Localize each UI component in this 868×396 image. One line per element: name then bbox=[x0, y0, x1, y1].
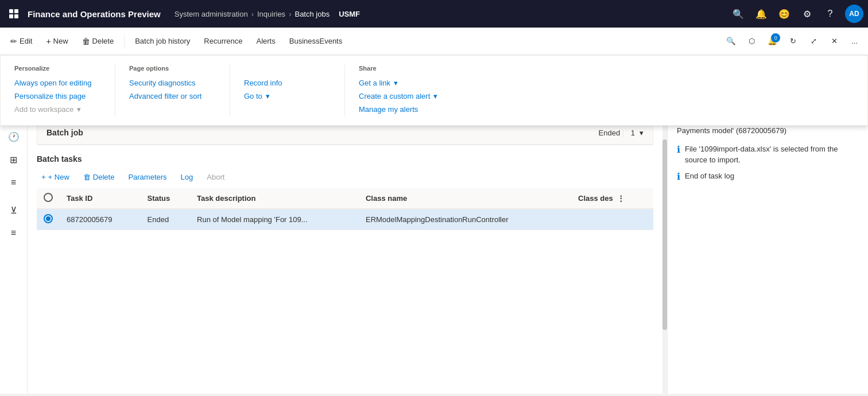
search-icon[interactable]: 🔍 bbox=[730, 6, 746, 22]
create-alert-chevron-icon: ▾ bbox=[433, 92, 437, 100]
select-all-col bbox=[37, 188, 60, 209]
row-radio-cell bbox=[37, 209, 60, 230]
tasks-table-body: 68720005679 Ended Run of Model mapping '… bbox=[37, 209, 653, 230]
msg-icon-2: ℹ bbox=[677, 171, 680, 182]
task-desc-col: Task description bbox=[190, 188, 359, 209]
scroll-thumb bbox=[662, 139, 667, 330]
share-col: Share Get a link ▾ Create a custom alert… bbox=[345, 65, 460, 116]
lines-icon[interactable]: ≡ bbox=[3, 223, 24, 243]
svg-rect-0 bbox=[9, 9, 13, 13]
new-icon: + bbox=[46, 37, 51, 46]
batch-tasks-toolbar: + + New 🗑 Delete Parameters Log Abort bbox=[37, 168, 653, 188]
page-options-col: Page options Security diagnostics Advanc… bbox=[115, 65, 230, 116]
business-events-button[interactable]: BusinessEvents bbox=[284, 33, 348, 49]
col-options-icon[interactable]: ⋮ bbox=[617, 194, 625, 203]
batch-job-status: Ended bbox=[599, 129, 621, 137]
delete-icon: 🗑 bbox=[82, 37, 90, 46]
settings-icon[interactable]: ⚙ bbox=[799, 6, 815, 22]
breadcrumb-item-3[interactable]: Batch jobs bbox=[294, 10, 330, 18]
edit-button[interactable]: ✏ Edit bbox=[5, 33, 38, 49]
tasks-delete-button[interactable]: 🗑 Delete bbox=[79, 170, 119, 184]
new-button[interactable]: + New bbox=[40, 33, 73, 49]
class-name-col: Class name bbox=[359, 188, 571, 209]
tasks-delete-icon: 🗑 bbox=[83, 173, 91, 181]
go-to-item[interactable]: Go to ▾ bbox=[244, 90, 331, 103]
notifications-badge-button[interactable]: 0 🔔 bbox=[763, 32, 781, 51]
batch-history-button[interactable]: Batch job history bbox=[129, 33, 196, 49]
feedback-icon[interactable]: 😊 bbox=[776, 6, 792, 22]
user-avatar[interactable]: AD bbox=[845, 5, 863, 23]
breadcrumb-item-2[interactable]: Inquiries bbox=[257, 10, 285, 18]
notifications-icon[interactable]: 🔔 bbox=[753, 6, 769, 22]
company-selector[interactable]: USMF bbox=[339, 10, 360, 18]
batch-tasks-section: Batch tasks + + New 🗑 Delete Parameters … bbox=[37, 154, 653, 230]
apps-button[interactable] bbox=[5, 5, 23, 23]
select-all-radio[interactable] bbox=[44, 193, 53, 202]
tasks-table-header: Task ID Status Task description Class na… bbox=[37, 188, 653, 209]
tasks-table: Task ID Status Task description Class na… bbox=[37, 188, 653, 230]
svg-rect-3 bbox=[14, 14, 18, 18]
task-id-cell: 68720005679 bbox=[60, 209, 141, 230]
breadcrumb-chevron-1: › bbox=[251, 10, 254, 18]
get-link-item[interactable]: Get a link ▾ bbox=[359, 76, 446, 90]
refresh-button[interactable]: ↻ bbox=[784, 32, 802, 51]
delete-button[interactable]: 🗑 Delete bbox=[76, 33, 120, 49]
tasks-abort-button[interactable]: Abort bbox=[202, 170, 229, 184]
create-alert-item[interactable]: Create a custom alert ▾ bbox=[359, 90, 446, 103]
toolbar-right: 🔍 ⬡ 0 🔔 ↻ ⤢ ✕ ... bbox=[722, 32, 863, 51]
tasks-log-button[interactable]: Log bbox=[176, 170, 198, 184]
msg-text-2: End of task log bbox=[685, 170, 734, 182]
section-toggle-icon[interactable]: ▾ bbox=[640, 129, 644, 137]
header-row: Task ID Status Task description Class na… bbox=[37, 188, 653, 209]
help-icon[interactable]: ? bbox=[822, 6, 838, 22]
breadcrumb: System administration › Inquiries › Batc… bbox=[175, 10, 330, 18]
record-col: Record info Go to ▾ bbox=[230, 65, 345, 116]
task-id-col: Task ID bbox=[60, 188, 141, 209]
more-button[interactable]: ... bbox=[846, 33, 863, 49]
close-button[interactable]: ✕ bbox=[825, 32, 843, 51]
separator-1 bbox=[124, 34, 125, 48]
class-name-cell: ERModelMappingDestinationRunController bbox=[359, 209, 571, 230]
manage-alerts-item[interactable]: Manage my alerts bbox=[359, 103, 446, 116]
class-des-col: Class des ⋮ bbox=[571, 188, 653, 209]
tasks-new-button[interactable]: + + New bbox=[37, 170, 74, 184]
always-open-editing-item[interactable]: Always open for editing bbox=[14, 76, 101, 90]
class-des-cell bbox=[571, 209, 653, 230]
breadcrumb-chevron-2: › bbox=[289, 10, 291, 18]
personalize-title: Personalize bbox=[14, 65, 101, 72]
advanced-sort-item[interactable]: Advanced filter or sort bbox=[129, 90, 216, 103]
batch-job-section-title: Batch job bbox=[46, 128, 599, 137]
workspaces-icon[interactable]: ⊞ bbox=[3, 149, 24, 170]
personalize-page-item[interactable]: Personalize this page bbox=[14, 90, 101, 103]
section-separator: | bbox=[620, 129, 626, 137]
tasks-new-icon: + bbox=[41, 173, 46, 181]
alerts-button[interactable]: Alerts bbox=[251, 33, 281, 49]
tasks-table-container: Task ID Status Task description Class na… bbox=[37, 188, 653, 230]
column-settings-button[interactable]: ⬡ bbox=[742, 32, 761, 51]
app-title: Finance and Operations Preview bbox=[28, 9, 161, 19]
breadcrumb-item-1[interactable]: System administration bbox=[175, 10, 248, 18]
tasks-parameters-button[interactable]: Parameters bbox=[123, 170, 171, 184]
search-filter-button[interactable]: 🔍 bbox=[722, 32, 740, 51]
message-item-2: ℹ End of task log bbox=[677, 170, 859, 182]
modules-icon[interactable]: ≡ bbox=[3, 172, 24, 193]
recent-icon[interactable]: 🕐 bbox=[3, 126, 24, 147]
main-toolbar: ✏ Edit + New 🗑 Delete Batch job history … bbox=[0, 28, 868, 55]
row-radio[interactable] bbox=[44, 214, 53, 223]
status-col: Status bbox=[141, 188, 191, 209]
security-diagnostics-item[interactable]: Security diagnostics bbox=[129, 76, 216, 90]
message-item-1: ℹ File '1099import-data.xlsx' is selecte… bbox=[677, 143, 859, 166]
open-new-window-button[interactable]: ⤢ bbox=[804, 32, 823, 51]
svg-rect-2 bbox=[9, 14, 13, 18]
table-row[interactable]: 68720005679 Ended Run of Model mapping '… bbox=[37, 209, 653, 230]
msg-text-1: File '1099import-data.xlsx' is selected … bbox=[685, 143, 859, 166]
svg-rect-1 bbox=[14, 9, 18, 13]
add-workspace-chevron-icon: ▾ bbox=[77, 105, 81, 114]
record-info-item[interactable]: Record info bbox=[244, 76, 331, 90]
page-options-title: Page options bbox=[129, 65, 216, 72]
recurrence-button[interactable]: Recurrence bbox=[198, 33, 248, 49]
top-nav: Finance and Operations Preview System ad… bbox=[0, 0, 868, 28]
top-nav-right: 🔍 🔔 😊 ⚙ ? AD bbox=[730, 5, 863, 23]
add-workspace-item[interactable]: Add to workspace ▾ bbox=[14, 103, 101, 116]
filter-icon[interactable]: ⊻ bbox=[3, 200, 24, 220]
